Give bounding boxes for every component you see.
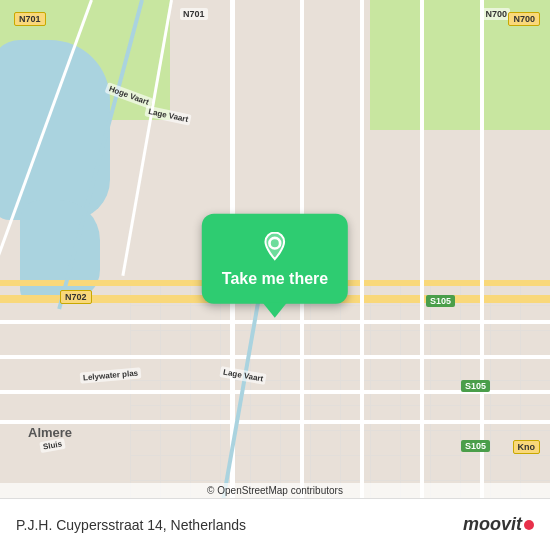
- road-badge-n700-right: N700: [508, 12, 540, 26]
- road-badge-s105-3: S105: [461, 440, 490, 452]
- road-label-n700-top: N700: [482, 8, 510, 20]
- road-badge-n701-left: N701: [14, 12, 46, 26]
- moovit-logo: moovit: [463, 514, 534, 535]
- water-body-left: [0, 40, 110, 220]
- moovit-text: moovit: [463, 514, 522, 535]
- popup-label: Take me there: [222, 270, 328, 288]
- map-popup[interactable]: Take me there: [202, 214, 348, 304]
- road-badge-s105-2: S105: [461, 380, 490, 392]
- road-horizontal-5: [0, 420, 550, 424]
- road-horizontal-2: [0, 320, 550, 324]
- city-label-almere: Almere: [28, 425, 72, 440]
- bottom-bar: P.J.H. Cuypersstraat 14, Netherlands moo…: [0, 498, 550, 550]
- location-pin-icon: [259, 230, 291, 262]
- road-label-sluis: Sluis: [39, 438, 66, 453]
- address-label: P.J.H. Cuypersstraat 14, Netherlands: [16, 517, 463, 533]
- road-vertical-5: [480, 0, 484, 550]
- road-badge-n702: N702: [60, 290, 92, 304]
- road-horizontal-3: [0, 355, 550, 359]
- popup-bubble[interactable]: Take me there: [202, 214, 348, 304]
- road-badge-kno: Kno: [513, 440, 541, 454]
- map-container: N701 N700 N701 N700 N702 S105 S105 S105 …: [0, 0, 550, 550]
- road-label-n701: N701: [180, 8, 208, 20]
- map-attribution: © OpenStreetMap contributors: [0, 483, 550, 498]
- moovit-dot: [524, 520, 534, 530]
- road-vertical-4: [420, 0, 424, 550]
- road-vertical-3: [360, 0, 364, 550]
- road-badge-s105-1: S105: [426, 295, 455, 307]
